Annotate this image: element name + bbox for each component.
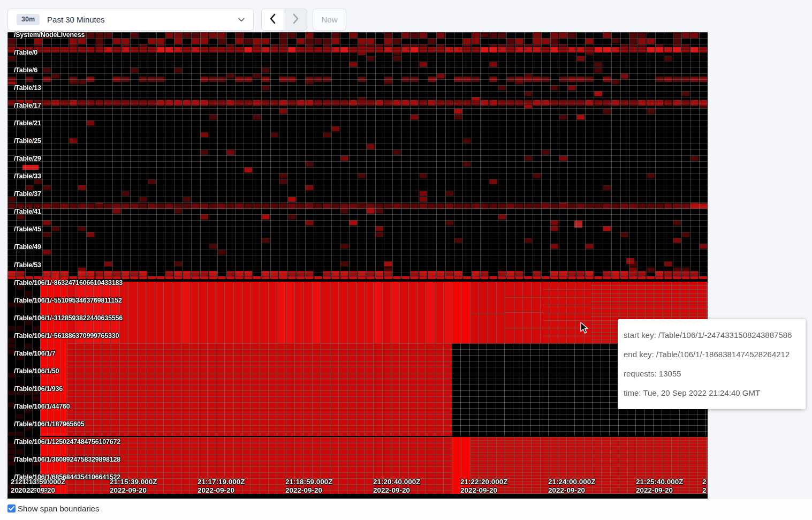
key-visualizer-heatmap[interactable]	[7, 32, 708, 499]
tooltip-line: start key: /Table/106/1/-247433150824388…	[624, 330, 801, 341]
show-span-boundaries-label[interactable]: Show span boundaries	[18, 504, 100, 513]
footer-bar: Show span boundaries	[0, 499, 812, 520]
show-span-boundaries-control: Show span boundaries	[7, 504, 100, 513]
chevron-left-icon	[269, 13, 277, 26]
time-range-label: Past 30 Minutes	[47, 15, 105, 24]
now-button[interactable]: Now	[313, 9, 346, 31]
now-button-label: Now	[321, 15, 337, 24]
heatmap-chart	[7, 32, 708, 499]
tooltip-line: requests: 13055	[624, 368, 801, 379]
tooltip-line: end key: /Table/106/1/-18683814745282642…	[624, 349, 801, 360]
time-nav-group	[261, 9, 307, 31]
time-range-select[interactable]: 30m Past 30 Minutes	[7, 9, 254, 31]
cell-tooltip: start key: /Table/106/1/-247433150824388…	[618, 319, 806, 409]
tooltip-line: time: Tue, 20 Sep 2022 21:24:40 GMT	[624, 388, 801, 398]
previous-interval-button[interactable]	[261, 9, 284, 31]
chevron-down-icon	[238, 16, 245, 26]
chevron-right-icon	[291, 13, 300, 26]
duration-badge: 30m	[17, 14, 40, 25]
next-interval-button[interactable]	[284, 9, 307, 31]
key-visualizer-page: 30m Past 30 Minutes Now /System/NodeLive…	[0, 0, 812, 520]
show-span-boundaries-checkbox[interactable]	[7, 504, 16, 513]
